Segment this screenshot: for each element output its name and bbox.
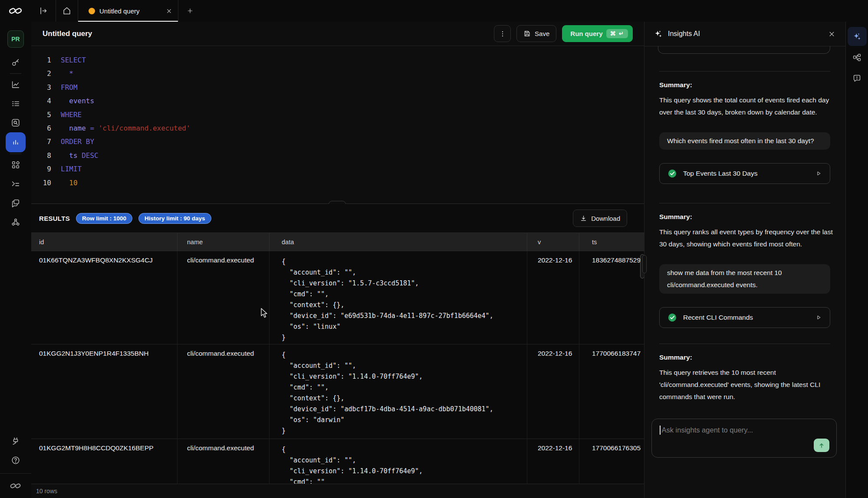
sidebar-item-help[interactable]: [6, 451, 26, 470]
play-icon: [815, 170, 822, 177]
footer-logo-icon: [0, 473, 31, 498]
list-icon: [11, 99, 20, 108]
sidebar-item-share-nodes[interactable]: [6, 213, 26, 232]
sidebar-item-key[interactable]: [6, 53, 26, 72]
code-text: name = 'cli/command.executed': [51, 121, 191, 135]
sidebar-item-plug[interactable]: [6, 432, 26, 451]
sql-editor[interactable]: 1SELECT2 *3FROM4 events5WHERE6 name = 'c…: [31, 46, 644, 203]
sidebar-item-list[interactable]: [6, 94, 26, 113]
code-text: 10: [51, 176, 78, 190]
code-text: LIMIT: [51, 162, 82, 176]
insights-section: Summary:This query ranks all event types…: [659, 213, 830, 328]
insights-input[interactable]: Ask insights agent to query...: [651, 419, 837, 458]
table-header-row: idnamedatavts: [31, 233, 644, 251]
limit-badge[interactable]: History limit : 90 days: [138, 213, 211, 224]
run-query-button[interactable]: Run query ⌘ ↵: [562, 25, 633, 42]
table-row[interactable]: 01KGG2MT9H8H8CCDQ0ZK16BEPPcli/command.ex…: [31, 439, 644, 484]
close-insights-button[interactable]: [829, 31, 835, 37]
summary-text: This query retrieves the 10 most recent …: [659, 367, 836, 403]
editor-line: 1SELECT: [31, 53, 644, 67]
table-row[interactable]: 01KGG2N1J3Y0ENP1R4F1335BNHcli/command.ex…: [31, 344, 644, 439]
user-question-bubble: Which events fired most often in the las…: [659, 132, 830, 150]
summary-label: Summary:: [659, 81, 830, 89]
download-button[interactable]: Download: [573, 210, 627, 227]
new-tab-icon[interactable]: [178, 0, 202, 22]
insights-scroll-area[interactable]: Summary:This query shows the total count…: [644, 46, 845, 498]
cell-data-json: { "account_id": "", "cli_version": "1.14…: [282, 351, 493, 435]
sidebar-item-chat[interactable]: [6, 193, 26, 213]
insights-panel: Insights AI Summary:This query shows the…: [644, 22, 845, 498]
summary-label: Summary:: [659, 354, 830, 361]
cell-name: cli/command.executed: [187, 444, 254, 452]
more-options-button[interactable]: [494, 25, 511, 42]
line-number: 6: [31, 121, 51, 135]
sidebar-item-grid[interactable]: [6, 155, 26, 174]
cell-id: 01KGG2N1J3Y0ENP1R4F1335BNH: [39, 350, 148, 357]
home-icon[interactable]: [56, 0, 78, 22]
insights-divider: [659, 344, 830, 344]
insight-action-label: Top Events Last 30 Days: [683, 170, 757, 177]
insights-section: Summary:This query retrieves the 10 most…: [659, 354, 830, 403]
line-chart-icon: [11, 80, 20, 89]
sparkles-icon: [654, 29, 663, 39]
right-rail-item-tree[interactable]: [848, 48, 867, 67]
app-logo-icon: [0, 0, 31, 22]
run-query-label: Run query: [570, 30, 602, 37]
save-label: Save: [535, 30, 549, 37]
table-row[interactable]: 01K66TQNZA3WFBQ8XN2KXSG4CJcli/command.ex…: [31, 251, 644, 344]
cell-name: cli/command.executed: [187, 350, 254, 357]
cell-data-json: { "account_id": "", "cli_version": "1.14…: [282, 446, 423, 484]
tab-untitled-query[interactable]: Untitled query: [78, 0, 178, 22]
sidebar-item-terminal[interactable]: [6, 174, 26, 193]
tab-close-icon[interactable]: [166, 8, 172, 14]
panel-resize-handle[interactable]: [642, 255, 647, 273]
send-button[interactable]: [814, 439, 829, 452]
workspace-badge[interactable]: PR: [7, 30, 24, 48]
column-header-name: name: [177, 233, 269, 251]
grid-icon: [11, 160, 20, 170]
column-header-id: id: [31, 233, 177, 251]
right-sidebar: [845, 22, 868, 498]
row-count: 10 rows: [36, 488, 57, 495]
right-rail-item-sparkles[interactable]: [848, 27, 867, 46]
text-cursor: [660, 426, 661, 435]
sidebar-item-bar-chart[interactable]: [6, 132, 26, 152]
insights-header: Insights AI: [644, 22, 845, 46]
share-nodes-icon: [11, 217, 20, 227]
save-button[interactable]: Save: [516, 25, 556, 42]
insight-action-button[interactable]: Top Events Last 30 Days: [659, 163, 830, 184]
insight-action-label: Recent CLI Commands: [683, 314, 753, 321]
collapse-sidebar-icon[interactable]: [31, 0, 56, 22]
code-text: FROM: [51, 81, 78, 94]
line-number: 5: [31, 108, 51, 121]
save-icon: [523, 30, 531, 37]
right-rail-item-feedback[interactable]: [848, 69, 867, 88]
limit-badge[interactable]: Row limit : 1000: [76, 213, 132, 224]
user-question-bubble: show me data from the most recent 10 cli…: [659, 264, 830, 294]
line-number: 2: [31, 67, 51, 80]
editor-line: 10 10: [31, 176, 644, 190]
sidebar-item-line-chart[interactable]: [6, 75, 26, 94]
editor-line: 2 *: [31, 67, 644, 80]
cell-ts: 1770066183747: [592, 350, 641, 357]
insights-title: Insights AI: [668, 30, 700, 38]
results-table: 01K66TQNZA3WFBQ8XN2KXSG4CJcli/command.ex…: [31, 251, 644, 484]
sidebar-divider: [10, 154, 21, 154]
bar-chart-icon: [11, 138, 20, 147]
line-number: 4: [31, 94, 51, 108]
editor-line: 6 name = 'cli/command.executed': [31, 121, 644, 135]
summary-label: Summary:: [659, 213, 830, 221]
check-circle-icon: [667, 169, 677, 178]
search-box-icon: [11, 118, 20, 128]
column-header-v: v: [527, 233, 579, 251]
editor-line: 9LIMIT: [31, 162, 644, 176]
terminal-icon: [11, 179, 20, 189]
download-icon: [580, 215, 587, 222]
table-footer: 10 rows: [31, 484, 644, 498]
sidebar-item-search-box[interactable]: [6, 113, 26, 132]
insight-action-button[interactable]: Recent CLI Commands: [659, 307, 830, 328]
results-label: RESULTS: [39, 215, 70, 222]
cell-v: 2022-12-16: [538, 350, 572, 357]
summary-text: This query ranks all event types by freq…: [659, 226, 836, 250]
check-circle-icon: [667, 313, 677, 322]
